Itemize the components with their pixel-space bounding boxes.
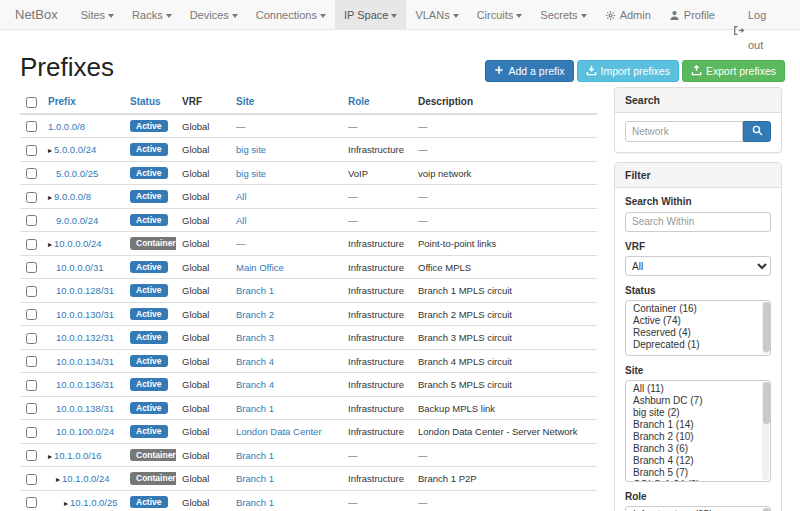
add-a-prefix-button[interactable]: Add a prefix [485,60,573,82]
prefix-link[interactable]: 10.0.0.138/31 [56,403,114,414]
prefix-link[interactable]: 10.0.0.130/31 [56,309,114,320]
site-option[interactable]: COLO-1-24 (3) [626,479,770,482]
site-option[interactable]: Branch 3 (6) [626,443,770,455]
row-checkbox[interactable] [26,450,37,461]
status-badge[interactable]: Active [130,214,168,227]
nav-link-racks[interactable]: Racks [123,0,181,30]
column-header-role[interactable]: Role [342,93,412,114]
brand-logo[interactable]: NetBox [0,0,72,29]
prefix-link[interactable]: 10.0.0.0/24 [54,238,102,249]
status-badge[interactable]: Active [130,143,168,156]
status-badge[interactable]: Active [130,120,168,133]
site-link[interactable]: big site [236,168,266,179]
prefix-link[interactable]: 10.0.0.136/31 [56,379,114,390]
prefix-link[interactable]: 10.0.100.0/24 [56,426,114,437]
row-checkbox[interactable] [26,333,37,344]
site-link[interactable]: Branch 1 [236,285,274,296]
prefix-link[interactable]: 5.0.0.0/25 [56,168,98,179]
scrollbar-thumb[interactable] [763,302,770,352]
status-badge[interactable]: Active [130,496,168,509]
nav-link-connections[interactable]: Connections [247,0,335,30]
nav-link-secrets[interactable]: Secrets [531,0,595,30]
site-link[interactable]: London Data Center [236,426,322,437]
site-link[interactable]: Branch 1 [236,497,274,508]
column-header-site[interactable]: Site [230,93,342,114]
site-link[interactable]: big site [236,144,266,155]
status-badge[interactable]: Active [130,284,168,297]
site-link[interactable]: Branch 2 [236,309,274,320]
column-header-prefix[interactable]: Prefix [42,93,124,114]
row-checkbox[interactable] [26,262,37,273]
nav-link-circuits[interactable]: Circuits [468,0,532,30]
row-checkbox[interactable] [26,427,37,438]
search-button[interactable] [743,121,771,142]
nav-link-log-out[interactable]: Log out [724,0,792,60]
status-badge[interactable]: Active [130,261,168,274]
site-option[interactable]: Branch 5 (7) [626,467,770,479]
site-link[interactable]: Main Office [236,262,284,273]
site-option[interactable]: Branch 2 (10) [626,431,770,443]
import-prefixes-button[interactable]: Import prefixes [577,60,679,82]
status-option[interactable]: Container (16) [626,303,770,315]
search-input[interactable] [625,121,743,142]
row-checkbox[interactable] [26,309,37,320]
export-prefixes-button[interactable]: Export prefixes [682,60,785,82]
status-badge[interactable]: Container [130,449,176,462]
prefix-link[interactable]: 9.0.0.0/8 [54,191,91,202]
nav-link-admin[interactable]: Admin [596,0,660,30]
nav-link-devices[interactable]: Devices [181,0,247,30]
row-checkbox[interactable] [26,497,37,508]
prefix-link[interactable]: 10.1.0.0/24 [62,473,110,484]
status-badge[interactable]: Active [130,425,168,438]
row-checkbox[interactable] [26,356,37,367]
select-all-checkbox[interactable] [26,97,37,108]
site-option[interactable]: Branch 4 (12) [626,455,770,467]
status-badge[interactable]: Active [130,378,168,391]
nav-link-vlans[interactable]: VLANs [406,0,467,30]
site-link[interactable]: Branch 1 [236,450,274,461]
site-link[interactable]: Branch 1 [236,473,274,484]
status-option[interactable]: Active (74) [626,315,770,327]
site-link[interactable]: Branch 4 [236,379,274,390]
vrf-select[interactable]: All [625,256,771,276]
nav-link-sites[interactable]: Sites [72,0,123,30]
status-badge[interactable]: Active [130,167,168,180]
row-checkbox[interactable] [26,168,37,179]
site-link[interactable]: Branch 3 [236,332,274,343]
prefix-link[interactable]: 10.1.0.0/25 [70,497,118,508]
prefix-link[interactable]: 10.0.0.0/31 [56,262,104,273]
prefix-link[interactable]: 10.1.0.0/16 [54,450,102,461]
row-checkbox[interactable] [26,145,37,156]
prefix-link[interactable]: 10.0.0.134/31 [56,356,114,367]
row-checkbox[interactable] [26,215,37,226]
nav-link-profile[interactable]: Profile [660,0,724,30]
site-option[interactable]: Branch 1 (14) [626,419,770,431]
status-badge[interactable]: Active [130,190,168,203]
status-option[interactable]: Reserved (4) [626,327,770,339]
row-checkbox[interactable] [26,474,37,485]
prefix-link[interactable]: 10.0.0.132/31 [56,332,114,343]
site-option[interactable]: big site (2) [626,407,770,419]
row-checkbox[interactable] [26,286,37,297]
row-checkbox[interactable] [26,239,37,250]
status-badge[interactable]: Active [130,308,168,321]
status-badge[interactable]: Container [130,472,176,485]
status-badge[interactable]: Active [130,331,168,344]
site-link[interactable]: Branch 4 [236,356,274,367]
prefix-link[interactable]: 9.0.0.0/24 [56,215,98,226]
status-badge[interactable]: Active [130,355,168,368]
site-link[interactable]: Branch 1 [236,403,274,414]
status-badge[interactable]: Container [130,237,176,250]
status-option[interactable]: Deprecated (1) [626,339,770,351]
prefix-link[interactable]: 1.0.0.0/8 [48,121,85,132]
row-checkbox[interactable] [26,380,37,391]
row-checkbox[interactable] [26,192,37,203]
prefix-link[interactable]: 10.0.0.128/31 [56,285,114,296]
row-checkbox[interactable] [26,403,37,414]
site-option[interactable]: Ashburn DC (7) [626,395,770,407]
search-within-input[interactable] [625,212,771,232]
scrollbar-thumb[interactable] [763,382,770,424]
prefix-link[interactable]: 5.0.0.0/24 [54,144,96,155]
row-checkbox[interactable] [26,121,37,132]
column-header-status[interactable]: Status [124,93,176,114]
